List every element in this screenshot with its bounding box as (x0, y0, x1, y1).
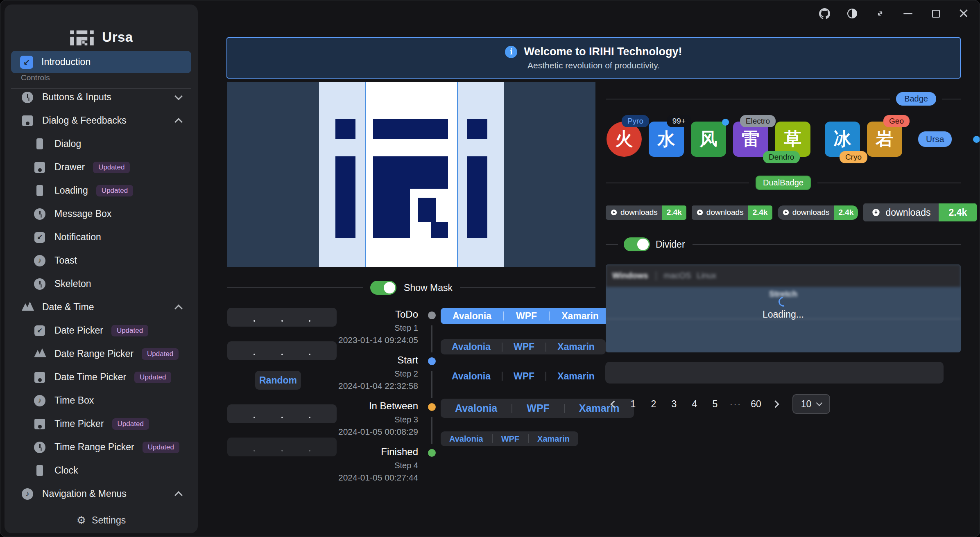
floppy-icon (33, 161, 46, 174)
pagination-ellipsis: ··· (726, 399, 745, 410)
sidebar-item-loading[interactable]: Loading Updated (5, 179, 198, 202)
gear-icon: ⚙ (77, 514, 86, 527)
ursa-pill-badge: Ursa (918, 131, 952, 147)
tab-windows[interactable]: Windows (612, 271, 648, 280)
avalonia-button[interactable]: Avalonia (441, 434, 492, 444)
sidebar-item-toast[interactable]: Toast (5, 249, 198, 272)
sidebar-item-time-range-picker[interactable]: Time Range Picker Updated (5, 435, 198, 459)
show-mask-row: Show Mask (227, 280, 595, 296)
timeline-dot-start (428, 357, 436, 365)
badge-section-divider: Badge (606, 92, 961, 106)
divider-toggle[interactable] (624, 237, 650, 251)
wpf-button[interactable]: WPF (493, 434, 528, 444)
close-button[interactable] (954, 6, 973, 21)
expand-icon[interactable] (871, 6, 889, 21)
wpf-button[interactable]: WPF (502, 371, 545, 382)
avalonia-button[interactable]: Avalonia (441, 311, 503, 322)
xamarin-button[interactable]: Xamarin (546, 341, 606, 352)
sidebar-item-message-box[interactable]: Message Box (5, 202, 198, 226)
divider-line (693, 244, 961, 245)
sidebar-item-buttons-inputs[interactable]: Buttons & Inputs (5, 86, 198, 109)
sidebar-item-dialog[interactable]: Dialog (5, 132, 198, 156)
downloads-badge-rounded: downloads 2.4k (778, 205, 858, 220)
page-button-5[interactable]: 5 (706, 395, 724, 413)
timeline-connector (431, 417, 432, 444)
xamarin-button[interactable]: Xamarin (546, 371, 606, 382)
divider-line (227, 287, 363, 288)
avalonia-button[interactable]: Avalonia (441, 402, 512, 414)
geo-tag: Geo (883, 115, 910, 127)
pagination: 1 2 3 4 5 ··· 60 10 (606, 393, 830, 415)
page-button-2[interactable]: 2 (644, 395, 663, 413)
badge-electro: 雷 Electro (733, 122, 768, 157)
music-note-icon (33, 254, 46, 267)
timeline-step: In Between Step 3 2024-01-05 00:08:29 (283, 400, 418, 438)
prev-page-button[interactable] (606, 395, 622, 413)
divider-line (817, 183, 961, 183)
sidebar-item-date-time-picker[interactable]: Date Time Picker Updated (5, 366, 198, 389)
sidebar-item-notification[interactable]: Notification (5, 226, 198, 249)
theme-toggle-icon[interactable] (843, 6, 862, 21)
loading-overlay: Loading... (606, 297, 961, 320)
page-button-60[interactable]: 60 (747, 395, 765, 413)
avalonia-button[interactable]: Avalonia (441, 341, 502, 352)
page-button-4[interactable]: 4 (685, 395, 704, 413)
mask-band-dark (504, 82, 595, 267)
arrow-square-icon (33, 231, 46, 244)
controls-section-label: Controls (21, 73, 50, 82)
sidebar-item-time-box[interactable]: Time Box (5, 389, 198, 412)
avalonia-button[interactable]: Avalonia (441, 371, 502, 382)
wpf-button[interactable]: WPF (502, 341, 545, 352)
wpf-button[interactable]: WPF (504, 311, 549, 322)
panel-body: Stretch Loading... (606, 287, 961, 352)
text-input-empty[interactable] (605, 362, 944, 384)
badge-pyro: 火 Pyro (607, 122, 642, 157)
divider-line (460, 287, 595, 288)
sidebar-item-date-range-picker[interactable]: Date Range Picker Updated (5, 342, 198, 366)
settings-button[interactable]: ⚙ Settings (5, 507, 198, 533)
minimize-button[interactable] (899, 6, 917, 21)
timeline-dot-inbetween (428, 403, 436, 411)
maximize-button[interactable] (926, 6, 945, 21)
timeline-dot-finished (428, 449, 436, 457)
chevron-down-icon (816, 400, 823, 406)
dot-badge (973, 136, 980, 143)
page-button-1[interactable]: 1 (624, 395, 643, 413)
banner-subtitle: Aesthetic revolution of productivity. (527, 61, 660, 70)
xamarin-button[interactable]: Xamarin (550, 311, 611, 322)
page-button-3[interactable]: 3 (665, 395, 684, 413)
downloads-badges-row: downloads 2.4k downloads 2.4k downloads … (606, 203, 961, 222)
sidebar-item-date-time[interactable]: Date & Time (5, 296, 198, 319)
next-page-button[interactable] (767, 395, 783, 413)
xamarin-button[interactable]: Xamarin (529, 434, 578, 444)
downloads-badge: downloads 2.4k (692, 205, 772, 220)
divider-label: Divider (656, 239, 685, 250)
show-mask-toggle[interactable] (370, 281, 396, 295)
tab-macos[interactable]: macOS (664, 271, 691, 280)
panel-tabs: Windows macOS Linux (606, 264, 961, 287)
tab-linux[interactable]: Linux (697, 271, 716, 280)
sidebar: Ursa ↙ Introduction Controls Buttons & I… (5, 5, 198, 533)
github-icon[interactable] (815, 6, 834, 21)
sidebar-item-dialog-feedbacks[interactable]: Dialog & Feedbacks (5, 109, 198, 132)
page-size-select[interactable]: 10 (792, 394, 830, 414)
updated-badge: Updated (96, 185, 133, 196)
sidebar-item-time-picker[interactable]: Time Picker Updated (5, 412, 198, 435)
sidebar-item-drawer[interactable]: Drawer Updated (5, 156, 198, 179)
cryo-tag: Cryo (840, 151, 867, 163)
sidebar-item-introduction[interactable]: ↙ Introduction (11, 51, 191, 73)
downloads-badge: downloads 2.4k (606, 205, 686, 220)
app-logo: Ursa (5, 24, 198, 50)
tab-separator (656, 271, 656, 280)
badge-geo: 岩 Geo (867, 122, 902, 157)
timeline-step: Start Step 2 2024-01-04 22:32:58 (283, 354, 418, 392)
button-group-solid: Avalonia WPF Xamarin (441, 308, 611, 324)
sidebar-item-date-picker[interactable]: Date Picker Updated (5, 319, 198, 342)
sidebar-item-navigation-menus[interactable]: Navigation & Menus (5, 482, 198, 505)
badge-demo-row: 火 Pyro 水 99+ 风 雷 Electro 草 Dendro 冰 Cryo (607, 122, 980, 157)
sidebar-item-clock[interactable]: Clock (5, 459, 198, 482)
app-window: Ursa ↙ Introduction Controls Buttons & I… (0, 0, 980, 537)
sidebar-item-skeleton[interactable]: Skeleton (5, 272, 198, 296)
wpf-button[interactable]: WPF (512, 402, 564, 414)
app-title: Ursa (102, 29, 133, 45)
